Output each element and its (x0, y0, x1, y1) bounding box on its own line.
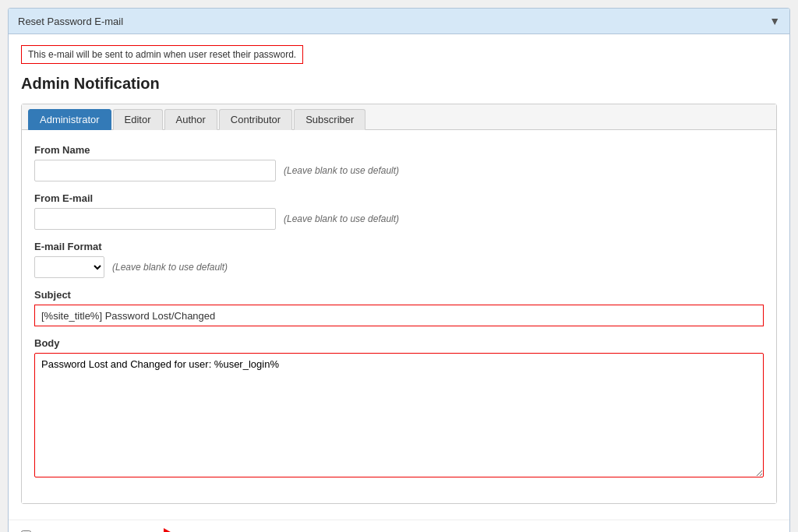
tab-editor[interactable]: Editor (113, 109, 163, 130)
send-email-arrow-indicator (164, 528, 176, 532)
from-name-hint: (Leave blank to use default) (284, 165, 399, 176)
tabs-bar: Administrator Editor Author Contributor … (22, 104, 776, 130)
panel-header: Reset Password E-mail ▼ (9, 9, 789, 34)
email-format-hint: (Leave blank to use default) (112, 262, 228, 273)
from-name-group: From Name (Leave blank to use default) (34, 144, 764, 181)
tab-administrator[interactable]: Administrator (28, 109, 111, 130)
send-email-arrow-icon (164, 528, 176, 532)
from-email-label: From E-mail (34, 192, 764, 204)
subject-input[interactable] (221, 305, 764, 326)
tab-author[interactable]: Author (164, 109, 217, 130)
body-label: Body (34, 337, 764, 349)
from-email-hint: (Leave blank to use default) (284, 213, 399, 224)
from-email-input[interactable] (34, 208, 276, 230)
section-title: Admin Notification (21, 75, 777, 93)
notice-box: This e-mail will be sent to admin when u… (21, 45, 303, 64)
tabs-container: Administrator Editor Author Contributor … (21, 104, 777, 504)
subject-tag: [%site_title%] Password Lost/Changed (34, 305, 221, 326)
email-format-select[interactable]: HTML Text (34, 256, 104, 278)
subject-label: Subject (34, 289, 764, 301)
email-format-group: E-mail Format HTML Text (Leave blank to … (34, 241, 764, 278)
notice-text: This e-mail will be sent to admin when u… (28, 49, 296, 60)
body-group: Body Password Lost and Changed for user:… (34, 337, 764, 480)
bottom-section: Send email to all admin Disable this not… (9, 520, 789, 532)
tab-contributor[interactable]: Contributor (219, 109, 292, 130)
from-name-input[interactable] (34, 160, 276, 181)
from-email-group: From E-mail (Leave blank to use default) (34, 192, 764, 230)
tab-subscriber[interactable]: Subscriber (294, 109, 365, 130)
panel-collapse-arrow[interactable]: ▼ (769, 15, 780, 27)
subject-container: [%site_title%] Password Lost/Changed (34, 305, 764, 326)
send-email-label: Send email to all admin (37, 530, 150, 533)
panel-body: This e-mail will be sent to admin when u… (9, 34, 789, 520)
from-name-row: (Leave blank to use default) (34, 160, 764, 181)
panel-header-title: Reset Password E-mail (18, 16, 123, 27)
tab-content: From Name (Leave blank to use default) F… (22, 130, 776, 503)
panel-container: Reset Password E-mail ▼ This e-mail will… (8, 8, 790, 532)
send-email-row: Send email to all admin (21, 528, 777, 532)
email-format-row: HTML Text (Leave blank to use default) (34, 256, 764, 278)
from-name-label: From Name (34, 144, 764, 156)
from-email-row: (Leave blank to use default) (34, 208, 764, 230)
email-format-label: E-mail Format (34, 241, 764, 252)
body-textarea[interactable]: Password Lost and Changed for user: %use… (34, 353, 764, 477)
subject-group: Subject [%site_title%] Password Lost/Cha… (34, 289, 764, 326)
